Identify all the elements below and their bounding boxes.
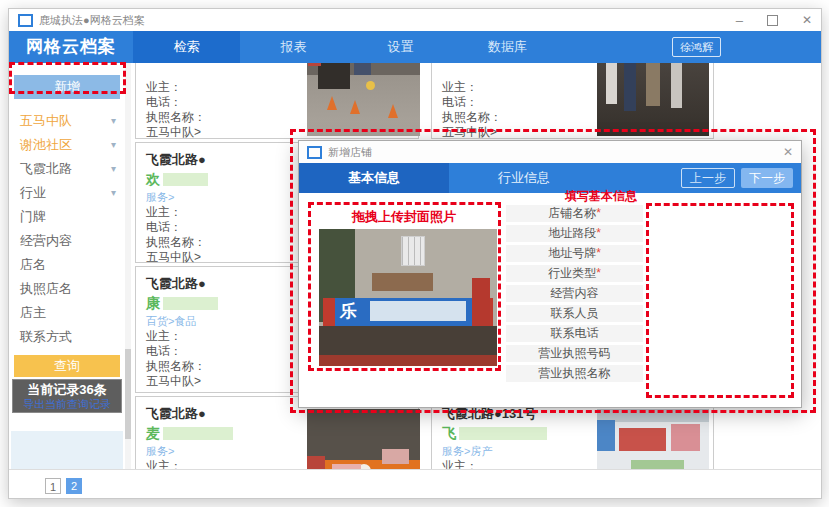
shop-name: 麦 [146,425,160,441]
photo-blur-patch [631,460,685,469]
record-summary-box: 当前记录36条 导出当前查询记录 [12,379,122,413]
card-title: 飞霞北路● [146,151,208,169]
sidebar-item-label: 经营内容 [20,233,72,248]
name-redaction [163,297,218,310]
export-link[interactable]: 导出当前查询记录 [13,398,121,411]
screen: 鹿城执法●网格云档案 – ✕ 网格云档案 检索 报表 设置 数据库 徐鸿辉 新增… [0,0,829,507]
photo-hanging-clothes [606,63,617,104]
tab-basic-info[interactable]: 基本信息 [299,163,449,193]
field-owner: 业主： [442,459,547,469]
storefront-photo[interactable] [597,409,709,469]
sidebar-item-license-name[interactable]: 执照店名 [9,277,125,301]
card-category-link[interactable]: 服务> [146,189,208,205]
shop-name: 欢 [146,171,160,187]
photo-hanging-clothes [646,63,659,106]
form-label-text: 联系人员 [551,306,599,320]
sidebar-item-label: 店主 [20,305,46,320]
page-button-2[interactable]: 2 [66,478,82,494]
storefront-photo[interactable] [597,63,709,136]
field-squad-link[interactable]: 五马中队> [146,125,206,140]
card-category-link[interactable]: 服务> [146,443,233,459]
card-category-link[interactable]: 百货>食品 [146,313,218,329]
storefront-photo[interactable] [307,409,420,469]
nav-tab-reports[interactable]: 报表 [240,31,347,63]
card-field-list: 业主： 电话： 执照名称： 五马中队> [146,80,206,140]
photo-figure [354,63,371,75]
photo-red-banner [472,278,490,330]
form-label-text: 营业执照名称 [539,366,611,380]
card-field-list: 业主： 电话： 执照名称： 五马中队> [146,329,218,389]
sidebar-item-feixia-road[interactable]: 飞霞北路▾ [9,157,125,181]
chevron-down-icon[interactable]: ▾ [111,133,116,157]
page-button-1[interactable]: 1 [45,478,61,494]
dialog-close-icon[interactable]: ✕ [783,145,793,159]
add-button[interactable]: 新增 [14,75,120,99]
photo-awning-box [372,273,433,291]
record-card[interactable]: 业主： 电话： 执照名称： 五马中队> [135,63,419,139]
card-field-list: 业主： [442,459,547,469]
sidebar-item-industry[interactable]: 行业▾ [9,181,125,205]
form-label-text: 营业执照号码 [539,346,611,360]
minimize-button[interactable]: – [736,13,743,28]
form-label-address-number: 地址号牌* [506,245,643,262]
sidebar-item-label: 五马中队 [20,113,72,128]
field-squad-link[interactable]: 五马中队> [146,250,208,265]
form-label-contact-phone: 联系电话 [506,325,643,342]
maximize-button[interactable] [767,15,778,26]
pagination-bar: 1 2 [9,469,821,498]
card-info: 飞霞北路●131号 飞 服务>房产 业主： [442,405,547,469]
storefront-photo[interactable] [307,63,420,136]
dialog-icon [307,146,322,159]
sidebar-item-door-plate[interactable]: 门牌 [9,205,125,229]
name-redaction [163,427,233,440]
sidebar-item-label: 门牌 [20,209,46,224]
sidebar-item-shop-name[interactable]: 店名 [9,253,125,277]
card-info: 飞霞北路● 麦 服务> 业主： [146,405,233,469]
sidebar-pale-panel [11,431,123,469]
card-field-list: 业主： [146,459,233,469]
nav-tab-search[interactable]: 检索 [133,31,240,63]
form-label-text: 店铺名称 [548,206,596,220]
field-license: 执照名称： [146,359,218,374]
card-info: 飞霞北路● 欢 服务> 业主： 电话： 执照名称： 五马中队> [146,151,208,265]
photo-traffic-cone [350,100,360,114]
name-redaction [163,173,208,186]
app-header: 网格云档案 检索 报表 设置 数据库 徐鸿辉 [9,31,821,63]
field-squad-link[interactable]: 五马中队> [442,125,502,140]
query-button[interactable]: 查询 [14,355,120,377]
photo-sign-red-cap [323,298,335,327]
photo-doorway [318,63,350,89]
sidebar-item-label: 店名 [20,257,46,272]
card-name: 飞 [442,423,547,443]
sidebar-item-wuma-squad[interactable]: 五马中队▾ [9,109,125,133]
field-owner: 业主： [146,205,208,220]
record-card[interactable]: 业主： 电话： 执照名称： 五马中队> [431,63,714,139]
sidebar-item-xiechi-community[interactable]: 谢池社区▾ [9,133,125,157]
name-redaction [459,427,547,440]
card-title: 飞霞北路● [146,405,233,423]
required-asterisk: * [596,246,601,260]
sidebar-item-contact[interactable]: 联系方式 [9,325,125,349]
user-button[interactable]: 徐鸿辉 [672,37,721,57]
chevron-down-icon[interactable]: ▾ [111,109,116,133]
window-title: 鹿城执法●网格云档案 [39,13,145,28]
photo-traffic-cone [388,104,398,118]
dialog-tabbar: 基本信息 行业信息 上一步 下一步 [299,163,801,193]
field-owner: 业主： [146,80,206,95]
nav-tab-settings[interactable]: 设置 [347,31,454,63]
prev-step-button[interactable]: 上一步 [681,168,735,188]
chevron-down-icon[interactable]: ▾ [111,181,116,205]
form-label-contact-person: 联系人员 [506,305,643,322]
upload-cover-photo[interactable]: 乐 [319,229,497,366]
sidebar-item-business-content[interactable]: 经营内容 [9,229,125,253]
field-squad-link[interactable]: 五马中队> [146,374,218,389]
next-step-button[interactable]: 下一步 [741,168,793,188]
photo-shop-sign: 乐 [323,298,494,327]
sidebar-item-label: 执照店名 [20,281,72,296]
tab-industry-info[interactable]: 行业信息 [449,163,599,193]
close-button[interactable]: ✕ [802,13,812,27]
card-category-link[interactable]: 服务>房产 [442,443,547,459]
chevron-down-icon[interactable]: ▾ [111,157,116,181]
nav-tab-database[interactable]: 数据库 [454,31,561,63]
sidebar-item-owner[interactable]: 店主 [9,301,125,325]
